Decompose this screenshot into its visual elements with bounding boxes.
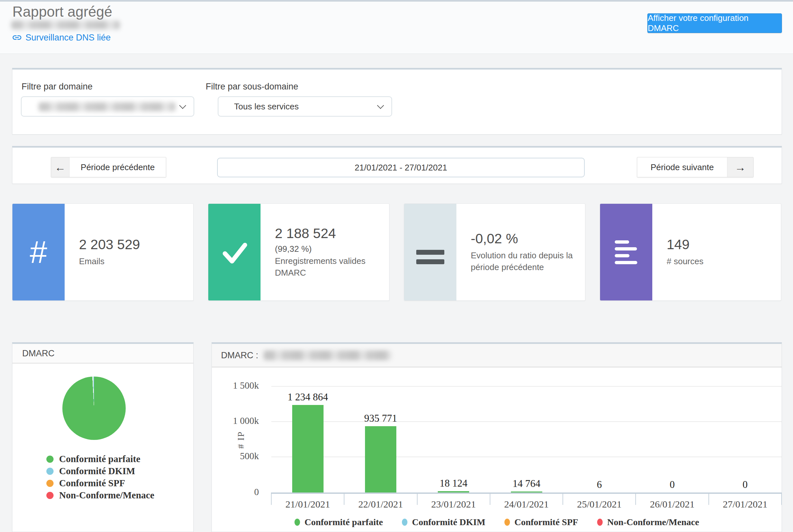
dmarc-pie-card: DMARC Conformité parfaite Conformité DKI…	[12, 342, 194, 532]
subdomain-select[interactable]: Tous les services	[218, 96, 392, 117]
x-axis-tick	[344, 493, 344, 505]
valid-dmarc-count: 2 188 524	[275, 226, 383, 241]
check-icon	[208, 204, 260, 301]
valid-dmarc-label: Enregistrements valides DMARC	[275, 255, 383, 279]
subdomain-filter-label: Filtre par sous-domaine	[206, 82, 298, 92]
legend-dot	[46, 492, 54, 499]
stat-card-valid-dmarc: 2 188 524 (99,32 %) Enregistrements vali…	[208, 204, 389, 301]
chevron-down-icon	[377, 102, 384, 109]
domain-select[interactable]	[21, 96, 194, 117]
bar-24/01/2021[interactable]	[511, 492, 542, 493]
dns-monitoring-link[interactable]: Surveillance DNS liée	[12, 32, 111, 43]
x-axis-tick	[417, 493, 418, 505]
sources-label: # sources	[666, 256, 774, 267]
legend-item[interactable]: Conformité SPF	[46, 477, 154, 489]
arrow-right-icon: →	[727, 157, 753, 177]
pie-legend: Conformité parfaite Conformité DKIM Conf…	[46, 453, 154, 501]
legend-dot	[597, 519, 603, 526]
x-axis-tick	[271, 493, 272, 505]
bar-value-label: 935 771	[342, 413, 420, 424]
legend-label: Non-Conforme/Menace	[607, 517, 699, 528]
x-tick-label: 23/01/2021	[414, 499, 492, 510]
filters-card: Filtre par domaine Filtre par sous-domai…	[12, 68, 782, 135]
y-tick-label: 1 000k	[216, 415, 259, 426]
legend-label: Conformité DKIM	[59, 466, 135, 476]
legend-label: Conformité SPF	[515, 517, 578, 528]
bar-legend: Conformité parfaite Conformité DKIM Conf…	[212, 517, 781, 528]
stat-card-sources: 149 # sources	[600, 204, 781, 301]
legend-item[interactable]: Conformité DKIM	[402, 517, 485, 528]
bar-22/01/2021[interactable]	[365, 426, 396, 493]
stat-card-emails: # 2 203 529 Emails	[12, 204, 194, 301]
bar-value-label: 14 764	[487, 478, 566, 490]
legend-dot	[402, 519, 407, 526]
redacted-domain-title	[264, 350, 391, 360]
previous-period-label: Période précédente	[70, 157, 166, 177]
x-axis-tick	[781, 493, 782, 505]
page-title: Rapport agrégé	[13, 4, 112, 20]
x-axis-tick	[709, 493, 709, 505]
link-icon	[12, 32, 22, 43]
bar-value-label: 1 234 864	[269, 391, 347, 403]
dns-link-label: Surveillance DNS liée	[25, 33, 111, 43]
y-axis-title: # IP	[236, 431, 246, 449]
legend-item[interactable]: Conformité SPF	[504, 517, 578, 528]
legend-dot	[46, 480, 54, 487]
ratio-evolution-value: -0,02 %	[471, 231, 579, 247]
show-dmarc-config-button[interactable]: Afficher votre configuration DMARC	[647, 13, 782, 33]
stat-body: 2 203 529 Emails	[65, 204, 193, 301]
arrow-left-icon: ←	[51, 157, 70, 177]
dmarc-pie-chart[interactable]	[62, 377, 126, 440]
legend-label: Conformité DKIM	[412, 517, 485, 528]
bar-value-label: 0	[633, 479, 711, 491]
y-tick-label: 0	[216, 487, 259, 497]
bar-21/01/2021[interactable]	[292, 405, 324, 493]
hash-icon: #	[13, 204, 65, 301]
date-range-picker[interactable]: 21/01/2021 - 27/01/2021	[217, 158, 585, 177]
bar-value-label: 18 124	[414, 477, 492, 489]
stat-body: 149 # sources	[652, 204, 781, 301]
ratio-evolution-label: Evolution du ratio depuis la période pré…	[471, 250, 579, 273]
legend-item[interactable]: Conformité parfaite	[294, 517, 383, 528]
redacted-domain-value	[39, 102, 176, 111]
subdomain-select-value: Tous les services	[234, 101, 299, 112]
previous-period-button[interactable]: ← Période précédente	[51, 157, 166, 177]
y-tick-label: 1 500k	[216, 380, 259, 391]
legend-item[interactable]: Non-Conforme/Menace	[46, 489, 154, 501]
period-card: ← Période précédente 21/01/2021 - 27/01/…	[12, 146, 782, 184]
x-tick-label: 22/01/2021	[342, 499, 420, 510]
legend-item[interactable]: Conformité DKIM	[46, 465, 154, 477]
legend-dot	[46, 456, 54, 463]
gridline	[271, 457, 781, 457]
stat-body: 2 188 524 (99,32 %) Enregistrements vali…	[260, 204, 389, 301]
stat-body: -0,02 % Evolution du ratio depuis la pér…	[457, 204, 585, 301]
bar-23/01/2021[interactable]	[438, 491, 469, 493]
emails-label: Emails	[79, 256, 187, 267]
x-tick-label: 24/01/2021	[487, 499, 566, 510]
gridline	[271, 386, 781, 387]
legend-dot	[46, 468, 54, 475]
page-header: Rapport agrégé Surveillance DNS liée Aff…	[0, 2, 793, 54]
bar-card-header: DMARC :	[212, 344, 781, 367]
legend-item[interactable]: Non-Conforme/Menace	[597, 517, 699, 528]
equals-icon	[404, 204, 457, 301]
legend-label: Conformité SPF	[59, 478, 125, 489]
list-icon	[600, 204, 652, 301]
legend-label: Conformité parfaite	[59, 454, 140, 464]
legend-label: Non-Conforme/Menace	[59, 490, 154, 501]
bar-value-label: 0	[706, 479, 784, 491]
x-tick-label: 21/01/2021	[269, 499, 347, 510]
y-tick-label: 500k	[216, 451, 259, 461]
x-axis-line	[271, 493, 781, 494]
valid-dmarc-percent: (99,32 %)	[275, 244, 383, 254]
legend-item[interactable]: Conformité parfaite	[46, 453, 154, 465]
dmarc-report-page: Rapport agrégé Surveillance DNS liée Aff…	[0, 0, 793, 532]
next-period-label: Période suivante	[637, 157, 727, 177]
sources-count: 149	[666, 237, 774, 252]
legend-dot	[294, 519, 300, 526]
x-tick-label: 26/01/2021	[633, 499, 711, 510]
x-tick-label: 25/01/2021	[560, 499, 639, 510]
next-period-button[interactable]: Période suivante →	[637, 157, 754, 177]
pie-card-title: DMARC	[13, 344, 193, 363]
dmarc-bar-card: DMARC : 1 500k 1 000k 500k 0 # IP 1 234 …	[212, 342, 782, 532]
